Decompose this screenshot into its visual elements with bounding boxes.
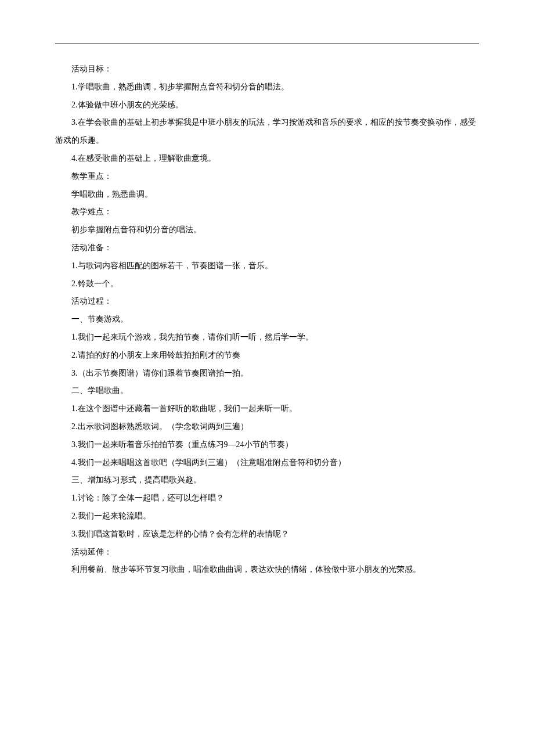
section1-item: 3.（出示节奏图谱）请你们跟着节奏图谱拍一拍。 [55,365,479,383]
goal-heading: 活动目标： [55,60,479,78]
section3-item: 3.我们唱这首歌时，应该是怎样的心情？会有怎样的表情呢？ [55,525,479,543]
section1-heading: 一、节奏游戏。 [55,311,479,329]
process-heading: 活动过程： [55,293,479,311]
prep-heading: 活动准备： [55,239,479,257]
section2-item: 2.出示歌词图标熟悉歌词。（学念歌词两到三遍） [55,418,479,436]
goal-item: 3.在学会歌曲的基础上初步掌握我是中班小朋友的玩法，学习按游戏和音乐的要求，相应… [55,114,479,150]
goal-item: 1.学唱歌曲，熟悉曲调，初步掌握附点音符和切分音的唱法。 [55,78,479,96]
section1-item: 2.请拍的好的小朋友上来用铃鼓拍拍刚才的节奏 [55,347,479,365]
document-page: 活动目标： 1.学唱歌曲，熟悉曲调，初步掌握附点音符和切分音的唱法。 2.体验做… [0,0,534,614]
keypoint-heading: 教学重点： [55,168,479,186]
prep-item: 1.与歌词内容相匹配的图标若干，节奏图谱一张，音乐。 [55,257,479,275]
extension-heading: 活动延伸： [55,543,479,561]
section2-item: 4.我们一起来唱唱这首歌吧（学唱两到三遍）（注意唱准附点音符和切分音） [55,454,479,472]
section3-heading: 三、增加练习形式，提高唱歌兴趣。 [55,471,479,489]
goal-item: 2.体验做中班小朋友的光荣感。 [55,96,479,114]
horizontal-rule [55,44,479,44]
section2-item: 3.我们一起来听着音乐拍拍节奏（重点练习9—24小节的节奏） [55,436,479,454]
section2-item: 1.在这个图谱中还藏着一首好听的歌曲呢，我们一起来听一听。 [55,400,479,418]
extension-text: 利用餐前、散步等环节复习歌曲，唱准歌曲曲调，表达欢快的情绪，体验做中班小朋友的光… [55,561,479,579]
section3-item: 2.我们一起来轮流唱。 [55,507,479,525]
prep-item: 2.铃鼓一个。 [55,275,479,293]
section1-item: 1.我们一起来玩个游戏，我先拍节奏，请你们听一听，然后学一学。 [55,329,479,347]
difficulty-text: 初步掌握附点音符和切分音的唱法。 [55,221,479,239]
section3-item: 1.讨论：除了全体一起唱，还可以怎样唱？ [55,489,479,507]
difficulty-heading: 教学难点： [55,203,479,221]
keypoint-text: 学唱歌曲，熟悉曲调。 [55,186,479,204]
goal-item: 4.在感受歌曲的基础上，理解歌曲意境。 [55,150,479,168]
section2-heading: 二、学唱歌曲。 [55,382,479,400]
